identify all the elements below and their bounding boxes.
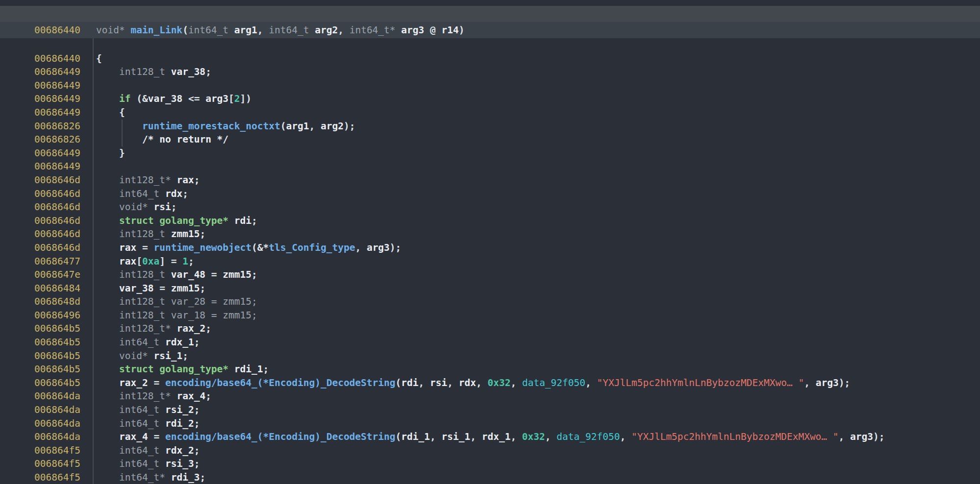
code-line[interactable]: 00686477rax[0xa] = 1;: [0, 255, 980, 268]
token-type: int64_t: [188, 24, 228, 36]
code-line[interactable]: 00686440{: [0, 52, 980, 66]
token-var: arg1: [286, 121, 309, 132]
line-address[interactable]: 006864b5: [34, 376, 93, 390]
line-address[interactable]: 006864f5: [34, 471, 93, 484]
line-address[interactable]: 006864b5: [34, 349, 93, 363]
token-punct: ,: [447, 377, 458, 388]
code-line[interactable]: 00686449{: [0, 106, 980, 120]
line-address[interactable]: 00686449: [34, 79, 93, 93]
code-line[interactable]: 006864f5int64_t* rdi_3;: [0, 471, 980, 484]
function-address[interactable]: 00686440: [34, 22, 93, 38]
line-address[interactable]: 006864b5: [34, 336, 93, 349]
token-punct: ,: [470, 431, 481, 442]
token-fn: main_Link: [130, 24, 182, 36]
code-line[interactable]: 00686449: [0, 79, 980, 93]
file-comment-row[interactable]: // File: /root/Desktop/chaos/connect.go: [0, 6, 980, 22]
line-address[interactable]: 0068646d: [34, 173, 93, 187]
line-address[interactable]: 00686449: [34, 160, 93, 173]
code-line[interactable]: 006864b5int128_t* rax_2;: [0, 322, 980, 336]
code-line[interactable]: 006864daint64_t rdi_2;: [0, 417, 980, 431]
line-code: rax_2 = encoding/base64_(*Encoding)_Deco…: [119, 376, 850, 390]
token-punct: ;: [188, 256, 194, 267]
line-address[interactable]: 0068646d: [34, 214, 93, 228]
code-line[interactable]: 0068646dint128_t zmm15;: [0, 227, 980, 241]
token-str: "YXJlLm5pc2hhYmlnLnBybzozMDExMXwo… ": [597, 377, 804, 388]
line-address[interactable]: 0068646d: [34, 187, 93, 201]
token-sp: [159, 188, 165, 199]
code-line[interactable]: 00686449}: [0, 146, 980, 160]
code-line[interactable]: 0068646dstruct golang_type* rdi;: [0, 214, 980, 228]
token-type: int64_t: [119, 188, 159, 199]
code-line[interactable]: 006864daint128_t* rax_4;: [0, 389, 980, 403]
code-line[interactable]: 006864darax_4 = encoding/base64_(*Encodi…: [0, 430, 980, 444]
line-address[interactable]: 006864da: [34, 417, 93, 431]
code-line[interactable]: 006864f5int64_t rdx_2;: [0, 444, 980, 458]
line-address[interactable]: 006864f5: [34, 444, 93, 458]
line-address[interactable]: 00686449: [34, 146, 93, 160]
token-var: rdi_3: [171, 472, 200, 483]
code-line[interactable]: 006864f5int64_t rsi_3;: [0, 457, 980, 471]
line-code: struct golang_type* rdi_1;: [119, 363, 269, 376]
code-line[interactable]: 00686449: [0, 160, 980, 173]
line-address[interactable]: 006864b5: [34, 322, 93, 336]
token-punct: ,: [510, 431, 522, 442]
code-line[interactable]: 00686496int128_t var_18 = zmm15;: [0, 309, 980, 322]
code-line[interactable]: 0068646dint64_t rdx;: [0, 187, 980, 201]
token-punct: );: [873, 431, 884, 442]
line-address[interactable]: 006864da: [34, 430, 93, 444]
token-sp: [165, 269, 171, 280]
line-address[interactable]: 006864da: [34, 403, 93, 417]
token-var: rdi_2: [165, 418, 194, 429]
code-line[interactable]: 00686449if (&var_38 <= arg3[2]): [0, 92, 980, 106]
code-line[interactable]: 00686826runtime_morestack_noctxt(arg1, a…: [0, 120, 980, 133]
token-type: int128_t: [119, 296, 165, 307]
line-address[interactable]: 00686440: [34, 52, 93, 66]
line-address[interactable]: 00686484: [34, 282, 93, 295]
token-var: rsi_1: [153, 350, 182, 362]
token-sp: [165, 228, 171, 240]
line-address[interactable]: 006864b5: [34, 363, 93, 376]
line-address[interactable]: 00686496: [34, 309, 93, 322]
token-punct: ,: [510, 377, 522, 388]
line-address[interactable]: 00686477: [34, 255, 93, 268]
code-line[interactable]: 0068646dvoid* rsi;: [0, 200, 980, 214]
token-punct: ;: [263, 363, 269, 375]
line-address[interactable]: 006864f5: [34, 457, 93, 471]
line-address[interactable]: 0068646d: [34, 227, 93, 241]
token-punct: ,: [338, 24, 349, 36]
code-line[interactable]: 006864b5int64_t rdx_1;: [0, 336, 980, 349]
token-var: rdi_1: [234, 363, 263, 375]
token-punct: ]): [240, 93, 251, 104]
line-address[interactable]: [34, 38, 93, 52]
token-var: rsi: [153, 201, 171, 213]
line-address[interactable]: 00686826: [34, 133, 93, 146]
line-address[interactable]: 00686449: [34, 65, 93, 79]
line-address[interactable]: 0068646d: [34, 241, 93, 255]
line-address[interactable]: 006864da: [34, 389, 93, 403]
function-signature-row[interactable]: 00686440 void* main_Link(int64_t arg1, i…: [0, 22, 980, 38]
code-line[interactable]: 00686484var_38 = zmm15;: [0, 282, 980, 295]
line-address[interactable]: 00686449: [34, 106, 93, 120]
token-dim: var_28 = zmm15;: [171, 296, 257, 307]
code-line[interactable]: 006864b5struct golang_type* rdi_1;: [0, 363, 980, 376]
token-var: rdi: [234, 215, 251, 226]
line-address[interactable]: 0068647e: [34, 268, 93, 282]
code-line[interactable]: 0068646dint128_t* rax;: [0, 173, 980, 187]
line-address[interactable]: 0068646d: [34, 200, 93, 214]
token-kw: golang_type*: [159, 215, 228, 226]
code-line[interactable]: 0068647eint128_t var_48 = zmm15;: [0, 268, 980, 282]
line-address[interactable]: 00686449: [34, 92, 93, 106]
code-line[interactable]: 0068648dint128_t var_28 = zmm15;: [0, 295, 980, 309]
token-punct: (&*: [251, 242, 269, 253]
code-line[interactable]: 0068646drax = runtime_newobject(&*tls_Co…: [0, 241, 980, 255]
line-address[interactable]: 00686826: [34, 120, 93, 133]
code-line[interactable]: 006864daint64_t rsi_2;: [0, 403, 980, 417]
line-address[interactable]: 0068648d: [34, 295, 93, 309]
code-line[interactable]: 00686449int128_t var_38;: [0, 65, 980, 79]
code-line[interactable]: 006864b5rax_2 = encoding/base64_(*Encodi…: [0, 376, 980, 390]
code-line[interactable]: [0, 38, 980, 52]
code-line[interactable]: 00686826/* no return */: [0, 133, 980, 146]
code-line[interactable]: 006864b5void* rsi_1;: [0, 349, 980, 363]
token-punct: ;: [182, 350, 188, 362]
line-code: runtime_morestack_noctxt(arg1, arg2);: [142, 120, 355, 133]
